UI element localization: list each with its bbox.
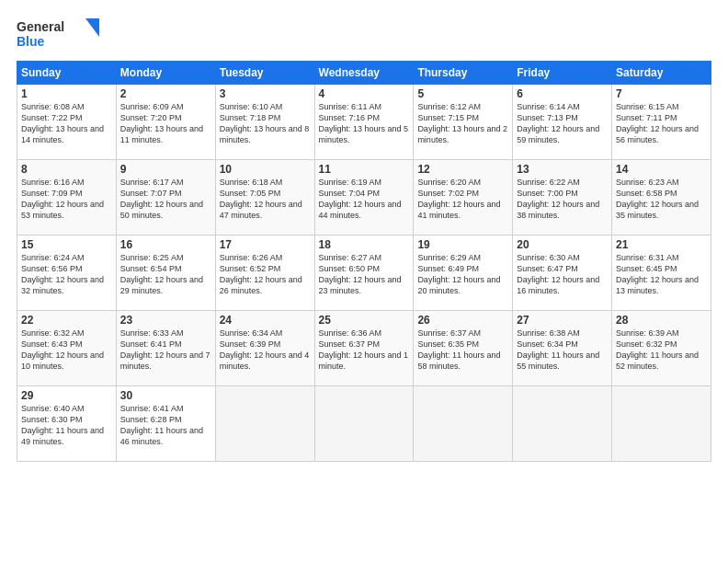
calendar-day-cell: 1 Sunrise: 6:08 AM Sunset: 7:22 PM Dayli… (17, 85, 117, 160)
weekday-header: Sunday (17, 62, 117, 85)
calendar-day-cell: 9 Sunrise: 6:17 AM Sunset: 7:07 PM Dayli… (116, 160, 215, 236)
day-info: Sunrise: 6:17 AM Sunset: 7:07 PM Dayligh… (120, 177, 211, 222)
day-number: 27 (517, 314, 608, 327)
day-info: Sunrise: 6:33 AM Sunset: 6:41 PM Dayligh… (120, 327, 211, 373)
day-number: 4 (319, 87, 410, 100)
day-info: Sunrise: 6:08 AM Sunset: 7:22 PM Dayligh… (21, 101, 112, 146)
day-info: Sunrise: 6:20 AM Sunset: 7:02 PM Dayligh… (417, 177, 508, 222)
calendar-week-row: 15 Sunrise: 6:24 AM Sunset: 6:56 PM Dayl… (17, 236, 711, 311)
day-number: 30 (120, 389, 211, 402)
svg-text:Blue: Blue (17, 34, 45, 49)
calendar-day-cell: 28 Sunrise: 6:39 AM Sunset: 6:32 PM Dayl… (612, 311, 711, 386)
day-info: Sunrise: 6:25 AM Sunset: 6:54 PM Dayligh… (120, 252, 211, 297)
calendar-day-cell: 4 Sunrise: 6:11 AM Sunset: 7:16 PM Dayli… (314, 85, 414, 160)
day-info: Sunrise: 6:29 AM Sunset: 6:49 PM Dayligh… (417, 252, 508, 297)
calendar-day-cell: 26 Sunrise: 6:37 AM Sunset: 6:35 PM Dayl… (414, 311, 513, 386)
logo: General Blue (17, 17, 99, 52)
calendar-day-cell: 2 Sunrise: 6:09 AM Sunset: 7:20 PM Dayli… (116, 85, 215, 160)
day-info: Sunrise: 6:16 AM Sunset: 7:09 PM Dayligh… (21, 177, 112, 222)
day-info: Sunrise: 6:39 AM Sunset: 6:32 PM Dayligh… (616, 327, 707, 373)
day-number: 26 (417, 314, 508, 327)
calendar-day-cell (513, 386, 612, 462)
calendar-day-cell: 17 Sunrise: 6:26 AM Sunset: 6:52 PM Dayl… (215, 236, 314, 311)
day-info: Sunrise: 6:10 AM Sunset: 7:18 PM Dayligh… (220, 101, 311, 146)
calendar-day-cell: 16 Sunrise: 6:25 AM Sunset: 6:54 PM Dayl… (116, 236, 215, 311)
day-info: Sunrise: 6:23 AM Sunset: 6:58 PM Dayligh… (616, 177, 707, 222)
day-info: Sunrise: 6:32 AM Sunset: 6:43 PM Dayligh… (21, 327, 112, 373)
calendar-week-row: 1 Sunrise: 6:08 AM Sunset: 7:22 PM Dayli… (17, 85, 711, 160)
calendar-day-cell: 7 Sunrise: 6:15 AM Sunset: 7:11 PM Dayli… (612, 85, 711, 160)
day-info: Sunrise: 6:12 AM Sunset: 7:15 PM Dayligh… (417, 101, 508, 146)
day-number: 24 (220, 314, 311, 327)
calendar-day-cell: 21 Sunrise: 6:31 AM Sunset: 6:45 PM Dayl… (612, 236, 711, 311)
day-number: 17 (220, 238, 311, 251)
day-info: Sunrise: 6:40 AM Sunset: 6:30 PM Dayligh… (21, 403, 112, 448)
calendar-day-cell: 20 Sunrise: 6:30 AM Sunset: 6:47 PM Dayl… (513, 236, 612, 311)
day-info: Sunrise: 6:38 AM Sunset: 6:34 PM Dayligh… (517, 327, 608, 373)
calendar-day-cell: 29 Sunrise: 6:40 AM Sunset: 6:30 PM Dayl… (17, 386, 117, 462)
day-number: 15 (21, 238, 112, 251)
day-info: Sunrise: 6:15 AM Sunset: 7:11 PM Dayligh… (616, 101, 707, 146)
day-info: Sunrise: 6:14 AM Sunset: 7:13 PM Dayligh… (517, 101, 608, 146)
day-info: Sunrise: 6:11 AM Sunset: 7:16 PM Dayligh… (319, 101, 410, 146)
calendar-day-cell (314, 386, 414, 462)
day-number: 5 (417, 87, 508, 100)
calendar-day-cell: 24 Sunrise: 6:34 AM Sunset: 6:39 PM Dayl… (215, 311, 314, 386)
day-number: 16 (120, 238, 211, 251)
calendar-day-cell: 14 Sunrise: 6:23 AM Sunset: 6:58 PM Dayl… (612, 160, 711, 236)
day-number: 1 (21, 87, 112, 100)
day-info: Sunrise: 6:19 AM Sunset: 7:04 PM Dayligh… (319, 177, 410, 222)
calendar-day-cell: 27 Sunrise: 6:38 AM Sunset: 6:34 PM Dayl… (513, 311, 612, 386)
calendar-day-cell: 3 Sunrise: 6:10 AM Sunset: 7:18 PM Dayli… (215, 85, 314, 160)
day-number: 28 (616, 314, 707, 327)
day-number: 12 (417, 163, 508, 176)
day-number: 11 (319, 163, 410, 176)
day-number: 8 (21, 163, 112, 176)
calendar-day-cell: 15 Sunrise: 6:24 AM Sunset: 6:56 PM Dayl… (17, 236, 117, 311)
day-number: 21 (616, 238, 707, 251)
logo-svg: General Blue (17, 17, 99, 52)
calendar-day-cell: 8 Sunrise: 6:16 AM Sunset: 7:09 PM Dayli… (17, 160, 117, 236)
day-info: Sunrise: 6:26 AM Sunset: 6:52 PM Dayligh… (220, 252, 311, 297)
day-info: Sunrise: 6:37 AM Sunset: 6:35 PM Dayligh… (417, 327, 508, 373)
day-number: 3 (220, 87, 311, 100)
day-info: Sunrise: 6:41 AM Sunset: 6:28 PM Dayligh… (120, 403, 211, 448)
day-info: Sunrise: 6:34 AM Sunset: 6:39 PM Dayligh… (220, 327, 311, 373)
weekday-header: Thursday (414, 62, 513, 85)
day-number: 7 (616, 87, 707, 100)
day-number: 19 (417, 238, 508, 251)
page: General Blue SundayMondayTuesdayWednesda… (0, 0, 728, 563)
weekday-header-row: SundayMondayTuesdayWednesdayThursdayFrid… (17, 62, 711, 85)
day-number: 14 (616, 163, 707, 176)
day-number: 25 (319, 314, 410, 327)
calendar-day-cell: 11 Sunrise: 6:19 AM Sunset: 7:04 PM Dayl… (314, 160, 414, 236)
calendar-week-row: 22 Sunrise: 6:32 AM Sunset: 6:43 PM Dayl… (17, 311, 711, 386)
svg-text:General: General (17, 19, 64, 34)
day-info: Sunrise: 6:27 AM Sunset: 6:50 PM Dayligh… (319, 252, 410, 297)
calendar-week-row: 29 Sunrise: 6:40 AM Sunset: 6:30 PM Dayl… (17, 386, 711, 462)
calendar-day-cell: 18 Sunrise: 6:27 AM Sunset: 6:50 PM Dayl… (314, 236, 414, 311)
day-number: 9 (120, 163, 211, 176)
header: General Blue (17, 17, 711, 52)
calendar-day-cell: 12 Sunrise: 6:20 AM Sunset: 7:02 PM Dayl… (414, 160, 513, 236)
calendar-day-cell: 10 Sunrise: 6:18 AM Sunset: 7:05 PM Dayl… (215, 160, 314, 236)
day-info: Sunrise: 6:18 AM Sunset: 7:05 PM Dayligh… (220, 177, 311, 222)
calendar-week-row: 8 Sunrise: 6:16 AM Sunset: 7:09 PM Dayli… (17, 160, 711, 236)
svg-marker-2 (85, 18, 99, 37)
calendar-day-cell: 6 Sunrise: 6:14 AM Sunset: 7:13 PM Dayli… (513, 85, 612, 160)
weekday-header: Friday (513, 62, 612, 85)
calendar: SundayMondayTuesdayWednesdayThursdayFrid… (17, 61, 711, 462)
day-info: Sunrise: 6:09 AM Sunset: 7:20 PM Dayligh… (120, 101, 211, 146)
calendar-day-cell: 5 Sunrise: 6:12 AM Sunset: 7:15 PM Dayli… (414, 85, 513, 160)
calendar-day-cell: 30 Sunrise: 6:41 AM Sunset: 6:28 PM Dayl… (116, 386, 215, 462)
day-number: 10 (220, 163, 311, 176)
day-info: Sunrise: 6:22 AM Sunset: 7:00 PM Dayligh… (517, 177, 608, 222)
day-number: 29 (21, 389, 112, 402)
calendar-day-cell (414, 386, 513, 462)
day-number: 23 (120, 314, 211, 327)
weekday-header: Wednesday (314, 62, 414, 85)
day-info: Sunrise: 6:30 AM Sunset: 6:47 PM Dayligh… (517, 252, 608, 297)
day-number: 22 (21, 314, 112, 327)
calendar-day-cell (612, 386, 711, 462)
calendar-day-cell (215, 386, 314, 462)
